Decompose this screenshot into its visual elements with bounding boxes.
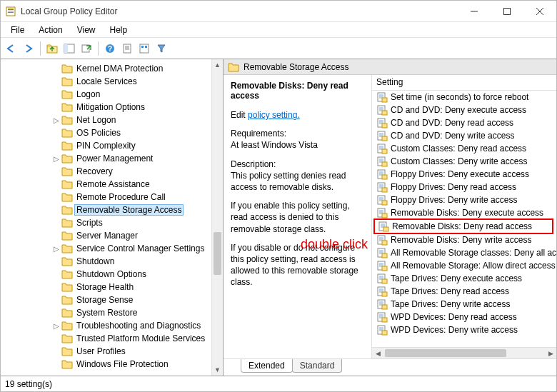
tree-item[interactable]: ▷Troubleshooting and Diagnostics [4,319,223,332]
filter-button[interactable] [154,41,169,56]
tabs: Extended Standard [224,358,556,376]
setting-label: WPD Devices: Deny read access [391,312,517,322]
tree-item[interactable]: Recovery [4,165,223,178]
scroll-left-icon[interactable]: ◀ [372,350,383,357]
folder-icon [61,321,73,331]
toolbar-separator [98,41,99,56]
settings-hscrollbar[interactable]: ◀ ▶ [372,347,556,358]
tree-scrollbar[interactable]: ▲ ▼ [211,59,223,376]
folder-icon [61,359,73,369]
setting-item[interactable]: Removable Disks: Deny read access [373,218,553,234]
folder-icon [61,256,73,266]
up-level-button[interactable] [44,41,60,56]
tree-item[interactable]: Logon [4,88,223,101]
menu-file[interactable]: File [4,24,31,36]
setting-item[interactable]: Floppy Drives: Deny execute access [372,168,556,181]
tree-item[interactable]: ▷Power Management [4,152,223,165]
tree-item[interactable]: Mitigation Options [4,101,223,114]
tree-item-label: Server Manager [76,231,139,241]
setting-item[interactable]: Tape Drives: Deny write access [372,298,556,311]
expand-icon[interactable]: ▷ [52,155,61,163]
menu-view[interactable]: View [70,24,103,36]
tab-standard[interactable]: Standard [292,359,343,373]
expand-icon[interactable]: ▷ [52,245,61,253]
tree-item[interactable]: Windows File Protection [4,358,223,371]
tree-pane[interactable]: Kernel DMA ProtectionLocale ServicesLogo… [1,59,224,376]
menu-action[interactable]: Action [31,24,69,36]
forward-button[interactable] [21,41,36,56]
tree-item[interactable]: ▷Service Control Manager Settings [4,242,223,255]
tree-item[interactable]: Remote Assistance [4,178,223,191]
minimize-button[interactable] [458,1,491,22]
setting-item[interactable]: Floppy Drives: Deny write access [372,194,556,206]
tree-item[interactable]: Shutdown Options [4,268,223,281]
setting-item[interactable]: Custom Classes: Deny write access [372,155,556,168]
menu-help[interactable]: Help [103,24,135,36]
folder-icon [61,115,73,125]
toolbar: ? [1,38,556,59]
tree-item[interactable]: Shutdown [4,255,223,268]
detail-column: Removable Disks: Deny read access Edit p… [224,75,372,358]
properties-button[interactable] [119,41,135,56]
tree-item[interactable]: PIN Complexity [4,139,223,152]
scroll-down-icon[interactable]: ▼ [212,364,223,376]
setting-icon [376,311,388,323]
export-button[interactable] [79,41,94,56]
back-button[interactable] [4,41,19,56]
scroll-right-icon[interactable]: ▶ [545,350,556,357]
setting-item[interactable]: Removable Disks: Deny execute access [372,206,556,219]
setting-item[interactable]: Removable Disks: Deny write access [372,233,556,246]
help-button[interactable]: ? [102,41,118,56]
tree-item[interactable]: OS Policies [4,126,223,139]
tree-item[interactable]: Kernel DMA Protection [4,62,223,75]
setting-item[interactable]: Tape Drives: Deny read access [372,285,556,298]
setting-item[interactable]: All Removable Storage classes: Deny all … [372,246,556,259]
tree-item[interactable]: Storage Sense [4,293,223,306]
setting-item[interactable]: All Removable Storage: Allow direct acce… [372,259,556,272]
main-area: Kernel DMA ProtectionLocale ServicesLogo… [1,59,556,376]
right-pane: Removable Storage Access Removable Disks… [224,59,556,376]
tab-extended[interactable]: Extended [241,359,293,373]
tree-item[interactable]: Storage Health [4,281,223,293]
scroll-up-icon[interactable]: ▲ [212,59,223,71]
setting-item[interactable]: Tape Drives: Deny execute access [372,272,556,285]
setting-item[interactable]: CD and DVD: Deny execute access [372,104,556,116]
filter-options-button[interactable] [136,41,152,56]
setting-item[interactable]: CD and DVD: Deny read access [372,116,556,129]
tree-item[interactable]: Removable Storage Access [4,203,223,216]
tree-item[interactable]: System Restore [4,306,223,319]
maximize-button[interactable] [491,1,523,22]
setting-item[interactable]: Set time (in seconds) to force reboot [372,91,556,104]
tree-item[interactable]: Scripts [4,216,223,229]
setting-item[interactable]: Custom Classes: Deny read access [372,142,556,155]
svg-rect-75 [383,227,388,231]
expand-icon[interactable]: ▷ [52,322,61,330]
folder-icon [61,308,73,318]
setting-item[interactable]: WPD Devices: Deny read access [372,311,556,323]
settings-header[interactable]: Setting [372,75,556,91]
svg-rect-20 [145,46,147,48]
expand-icon[interactable]: ▷ [52,116,61,124]
edit-label: Edit [231,110,248,120]
edit-policy-link[interactable]: policy setting. [248,110,300,120]
tree-item[interactable]: ▷Net Logon [4,114,223,126]
setting-label: Removable Disks: Deny write access [391,235,531,245]
close-button[interactable] [523,1,556,22]
setting-item[interactable]: CD and DVD: Deny write access [372,129,556,142]
show-hide-tree-button[interactable] [61,41,77,56]
tree-item[interactable]: User Profiles [4,345,223,358]
window-title: Local Group Policy Editor [21,6,458,16]
settings-list[interactable]: Set time (in seconds) to force rebootCD … [372,91,556,347]
tree-item[interactable]: Server Manager [4,229,223,242]
requirements-label: Requirements: [231,129,286,139]
setting-label: Floppy Drives: Deny read access [391,182,516,192]
setting-item[interactable]: Floppy Drives: Deny read access [372,181,556,194]
tree-item[interactable]: Trusted Platform Module Services [4,332,223,345]
tree-item[interactable]: Remote Procedure Call [4,191,223,203]
svg-rect-70 [382,213,387,218]
folder-icon [61,102,73,112]
tree-item[interactable]: Locale Services [4,75,223,88]
svg-rect-65 [382,201,387,205]
svg-rect-10 [64,44,68,53]
setting-item[interactable]: WPD Devices: Deny write access [372,323,556,336]
